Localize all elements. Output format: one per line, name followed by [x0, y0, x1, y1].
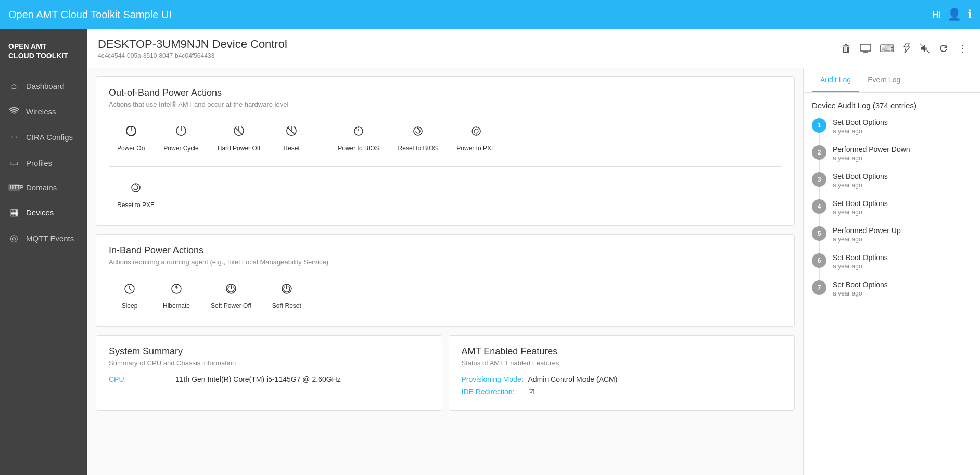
in-band-subtitle: Actions requiring a running agent (e.g.,… — [109, 258, 782, 266]
domains-icon: HTTP — [8, 184, 20, 191]
in-band-section: In-Band Power Actions Actions requiring … — [96, 234, 795, 327]
in-band-actions-grid: Sleep Hibernate — [109, 276, 782, 316]
out-of-band-left-group: Power On Power Cycle — [109, 119, 321, 158]
reset-to-pxe-button[interactable]: Reset to PXE — [109, 175, 163, 215]
audit-number: 4 — [812, 199, 826, 214]
sidebar-item-profiles[interactable]: ▭ Profiles — [0, 150, 87, 176]
audit-info: Set Boot Options a year ago — [833, 118, 972, 135]
main-scroll: Out-of-Band Power Actions Actions that u… — [87, 68, 803, 475]
soft-power-off-icon — [225, 283, 237, 298]
system-summary-subtitle: Summary of CPU and Chassis information — [109, 359, 429, 367]
reset-to-bios-button[interactable]: Reset to BIOS — [390, 119, 447, 158]
reset-button[interactable]: Reset — [271, 119, 312, 158]
soft-power-off-label: Soft Power Off — [211, 302, 251, 310]
soft-reset-button[interactable]: Soft Reset — [264, 276, 310, 316]
monitor-button[interactable] — [858, 42, 873, 55]
audit-time: a year ago — [833, 263, 972, 270]
sleep-icon — [123, 283, 136, 298]
power-on-button[interactable]: Power On — [109, 119, 153, 158]
audit-action: Set Boot Options — [833, 253, 972, 262]
header-right: Hi 👤 ℹ — [932, 8, 972, 21]
reset-label: Reset — [284, 145, 300, 152]
sidebar: OPEN AMT CLOUD TOOLKIT ⌂ Dashboard Wirel… — [0, 29, 87, 475]
info-icon[interactable]: ℹ — [968, 8, 972, 21]
audit-entry: 6 Set Boot Options a year ago — [812, 253, 972, 270]
mute-button[interactable] — [918, 41, 932, 56]
sidebar-label-domains: Domains — [26, 183, 57, 192]
content-area: DESKTOP-3UM9NJN Device Control 4c4c4544-… — [87, 29, 980, 475]
tab-audit-log[interactable]: Audit Log — [812, 68, 859, 92]
audit-number: 2 — [812, 145, 826, 160]
system-summary-title: System Summary — [109, 346, 429, 357]
cpu-value: 11th Gen Intel(R) Core(TM) i5-1145G7 @ 2… — [175, 375, 341, 383]
cpu-label: CPU: — [109, 375, 171, 383]
sleep-button[interactable]: Sleep — [109, 276, 150, 316]
top-header: Open AMT Cloud Toolkit Sample UI Hi 👤 ℹ — [0, 0, 980, 29]
audit-info: Set Boot Options a year ago — [833, 199, 972, 216]
reset-to-pxe-icon — [130, 182, 142, 197]
keyboard-button[interactable]: ⌨ — [877, 40, 897, 57]
provisioning-label: Provisioning Mode: — [462, 375, 524, 383]
out-of-band-extra-row: Reset to PXE — [109, 175, 782, 215]
sidebar-item-cira[interactable]: ↔ CIRA Configs — [0, 124, 87, 150]
audit-number: 7 — [812, 280, 826, 295]
main-layout: OPEN AMT CLOUD TOOLKIT ⌂ Dashboard Wirel… — [0, 29, 980, 475]
audit-log-title: Device Audit Log (374 entries) — [812, 101, 972, 110]
sidebar-logo: OPEN AMT CLOUD TOOLKIT — [0, 33, 87, 69]
user-icon[interactable]: 👤 — [947, 8, 961, 21]
audit-time: a year ago — [833, 209, 972, 216]
svg-point-6 — [472, 127, 480, 135]
sidebar-item-mqtt[interactable]: ◎ MQTT Events — [0, 225, 87, 251]
sidebar-label-dashboard: Dashboard — [26, 82, 64, 91]
audit-entry: 4 Set Boot Options a year ago — [812, 199, 972, 216]
audit-entry: 1 Set Boot Options a year ago — [812, 118, 972, 135]
power-to-bios-button[interactable]: Power to BIOS — [329, 119, 387, 158]
power-on-icon — [125, 125, 137, 140]
delete-button[interactable]: 🗑 — [839, 41, 854, 57]
sleep-label: Sleep — [122, 302, 138, 310]
audit-action: Set Boot Options — [833, 280, 972, 289]
refresh-button[interactable] — [936, 41, 951, 56]
hard-power-off-label: Hard Power Off — [218, 145, 260, 152]
reset-to-bios-label: Reset to BIOS — [398, 145, 438, 152]
ide-value: ☑ — [528, 388, 535, 396]
audit-entry: 2 Performed Power Down a year ago — [812, 145, 972, 162]
audit-entry: 7 Set Boot Options a year ago — [812, 280, 972, 297]
hibernate-button[interactable]: Hibernate — [155, 276, 198, 316]
more-button[interactable]: ⋮ — [955, 40, 970, 57]
soft-power-off-button[interactable]: Soft Power Off — [202, 276, 260, 316]
sidebar-item-wireless[interactable]: Wireless — [0, 99, 87, 124]
sidebar-item-dashboard[interactable]: ⌂ Dashboard — [0, 73, 87, 99]
power-cycle-button[interactable]: Power Cycle — [155, 119, 207, 158]
out-of-band-subtitle: Actions that use Intel® AMT and occur at… — [109, 100, 782, 108]
hard-power-off-button[interactable]: Hard Power Off — [209, 119, 269, 158]
greeting-text: Hi — [932, 9, 941, 20]
bottom-split: System Summary Summary of CPU and Chassi… — [96, 335, 795, 411]
out-of-band-right-group: Power to BIOS Reset — [329, 119, 504, 158]
out-of-band-section: Out-of-Band Power Actions Actions that u… — [96, 76, 795, 226]
audit-action: Performed Power Down — [833, 145, 972, 153]
sidebar-item-devices[interactable]: ▦ Devices — [0, 199, 87, 225]
sidebar-item-domains[interactable]: HTTP Domains — [0, 176, 87, 199]
audit-number: 3 — [812, 172, 826, 187]
app-title: Open AMT Cloud Toolkit Sample UI — [8, 9, 172, 21]
audit-info: Performed Power Up a year ago — [833, 226, 972, 243]
power-button[interactable] — [901, 41, 913, 56]
power-to-bios-label: Power to BIOS — [338, 145, 379, 152]
hibernate-label: Hibernate — [163, 302, 190, 310]
audit-time: a year ago — [833, 182, 972, 189]
power-to-pxe-label: Power to PXE — [456, 145, 495, 152]
reset-icon — [285, 125, 298, 140]
device-actions: 🗑 ⌨ ⋮ — [839, 40, 970, 57]
content-split: Out-of-Band Power Actions Actions that u… — [87, 68, 980, 475]
in-band-title: In-Band Power Actions — [109, 245, 782, 256]
profiles-icon: ▭ — [8, 157, 20, 169]
soft-reset-icon — [281, 283, 293, 298]
audit-time: a year ago — [833, 236, 972, 243]
power-to-bios-icon — [352, 125, 365, 140]
tab-event-log[interactable]: Event Log — [859, 68, 909, 92]
sidebar-label-devices: Devices — [26, 208, 54, 217]
power-to-pxe-button[interactable]: Power to PXE — [448, 119, 504, 158]
devices-icon: ▦ — [8, 207, 20, 218]
audit-entries-list: 1 Set Boot Options a year ago 2 Performe… — [812, 118, 972, 297]
